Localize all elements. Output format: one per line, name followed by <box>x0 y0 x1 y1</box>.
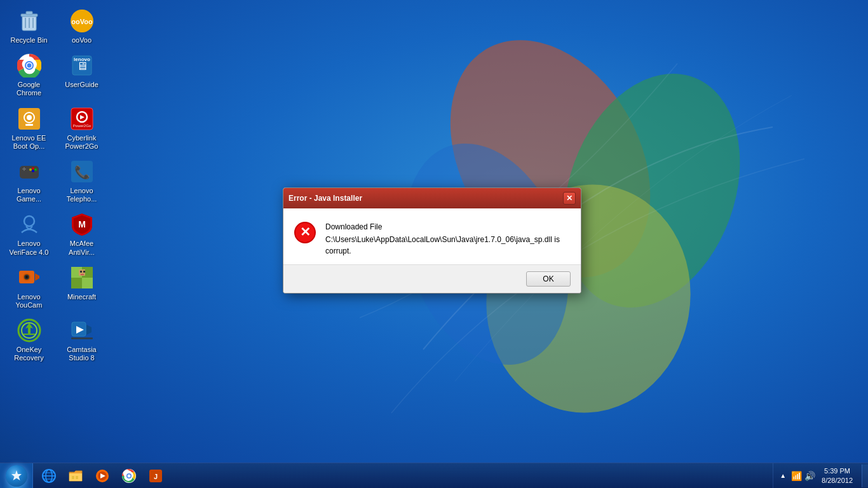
camtasia-label: Camtasia Studio 8 <box>60 346 103 362</box>
svg-text:ooVoo: ooVoo <box>71 18 93 25</box>
svg-text:📞: 📞 <box>74 165 90 180</box>
mcafee-image: M <box>69 211 95 238</box>
show-hidden-icons[interactable]: ▲ <box>777 472 789 479</box>
onekey-label: OneKey Recovery <box>8 346 50 362</box>
start-button[interactable] <box>0 463 33 489</box>
taskbar-wmp-icon[interactable] <box>90 464 115 487</box>
lenovo-tel-label: Lenovo Telepho... <box>60 187 103 203</box>
tray-volume[interactable]: 🔊 <box>804 471 815 481</box>
svg-rect-69 <box>72 476 74 479</box>
dialog-body: ✕ Downloaded File C:\Users\Luke\AppData\… <box>283 208 581 264</box>
svg-point-36 <box>29 168 32 171</box>
recycle-bin-icon[interactable]: Recycle Bin <box>5 5 53 47</box>
svg-text:J: J <box>154 473 158 480</box>
mcafee-icon[interactable]: M McAfee AntiVir... <box>58 208 105 259</box>
camtasia-image <box>69 317 95 344</box>
svg-text:M: M <box>78 219 86 229</box>
taskbar-explorer-icon[interactable] <box>63 464 88 487</box>
svg-rect-52 <box>81 274 84 275</box>
svg-rect-6 <box>26 11 32 15</box>
oovoo-image: ooVoo <box>69 8 95 34</box>
camtasia-icon[interactable]: Camtasia Studio 8 <box>58 315 105 365</box>
mcafee-label: McAfee AntiVir... <box>60 240 103 256</box>
youcam-image <box>16 264 43 291</box>
oovoo-icon[interactable]: ooVoo ooVoo <box>58 5 105 47</box>
taskbar-chrome-icon[interactable] <box>116 464 142 487</box>
svg-point-76 <box>128 474 131 477</box>
google-chrome-label: Google Chrome <box>8 81 50 97</box>
lenovo-game-label: Lenovo Game... <box>8 187 50 203</box>
svg-rect-60 <box>71 337 93 339</box>
svg-point-35 <box>32 170 34 172</box>
svg-rect-32 <box>24 167 25 171</box>
taskbar-ie-icon[interactable] <box>36 464 62 487</box>
error-title: Downloaded File <box>325 221 571 233</box>
svg-rect-70 <box>76 476 78 479</box>
svg-rect-24 <box>25 124 33 126</box>
svg-rect-50 <box>80 271 82 273</box>
svg-rect-30 <box>20 166 39 179</box>
google-chrome-icon[interactable]: Google Chrome <box>5 50 53 100</box>
lenovo-veriface-icon[interactable]: Lenovo VeriFace 4.0 <box>5 208 53 259</box>
start-orb <box>6 465 27 487</box>
lenovo-tel-image: 📞 <box>69 158 95 185</box>
system-tray: ▲ 📶 🔊 5:39 PM 8/28/2012 <box>773 463 860 488</box>
svg-point-33 <box>32 167 34 170</box>
taskbar: J ▲ 📶 🔊 5:39 PM 8/28/2012 <box>0 463 868 488</box>
oovoo-label: ooVoo <box>72 36 92 44</box>
taskbar-java-icon[interactable]: J <box>143 464 168 487</box>
user-guide-icon[interactable]: 🖥 lenovo UserGuide <box>58 50 105 100</box>
veriface-label: Lenovo VeriFace 4.0 <box>8 240 50 256</box>
minecraft-image <box>69 264 95 291</box>
minecraft-icon[interactable]: Minecraft <box>58 262 105 312</box>
time: 5:39 PM <box>824 466 850 475</box>
dialog-title: Error - Java Installer <box>288 194 362 203</box>
lenovo-tel-icon[interactable]: 📞 Lenovo Telepho... <box>58 156 105 206</box>
svg-marker-59 <box>86 325 92 335</box>
svg-rect-55 <box>28 327 31 334</box>
lenovo-ee-label: Lenovo EE Boot Op... <box>8 134 50 151</box>
clock[interactable]: 5:39 PM 8/28/2012 <box>818 466 857 485</box>
onekey-icon[interactable]: OneKey Recovery <box>5 315 53 365</box>
recycle-bin-image <box>16 8 43 34</box>
veriface-image <box>16 211 43 238</box>
lenovo-ee-image <box>16 105 43 132</box>
error-message: Downloaded File C:\Users\Luke\AppData\Lo… <box>325 221 571 257</box>
svg-rect-48 <box>82 278 93 288</box>
lenovo-game-icon[interactable]: Lenovo Game... <box>5 156 53 206</box>
user-guide-image: 🖥 lenovo <box>69 52 95 79</box>
error-path: C:\Users\Luke\AppData\LocalLow\Sun\Java\… <box>325 234 571 257</box>
svg-text:✕: ✕ <box>300 225 311 239</box>
cyberlink-icon[interactable]: Power2Go Cyberlink Power2Go <box>58 103 105 153</box>
lenovo-game-image <box>16 158 43 185</box>
svg-point-23 <box>27 115 32 120</box>
svg-point-16 <box>27 64 31 68</box>
dialog-titlebar: Error - Java Installer ✕ <box>283 188 581 208</box>
error-dialog[interactable]: Error - Java Installer ✕ ✕ Downloaded Fi… <box>283 187 581 294</box>
svg-point-39 <box>24 216 34 226</box>
show-desktop-button[interactable] <box>862 464 868 487</box>
lenovo-ee-icon[interactable]: Lenovo EE Boot Op... <box>5 103 53 153</box>
cyberlink-label: Cyberlink Power2Go <box>60 134 103 151</box>
youcam-label: Lenovo YouCam <box>8 293 50 309</box>
svg-marker-45 <box>35 273 39 281</box>
cyberlink-image: Power2Go <box>69 105 95 132</box>
svg-text:lenovo: lenovo <box>74 57 90 62</box>
chrome-image <box>16 52 43 79</box>
ok-button[interactable]: OK <box>526 271 571 287</box>
onekey-image <box>16 317 43 344</box>
taskbar-items: J <box>33 463 773 488</box>
lenovo-youcam-icon[interactable]: Lenovo YouCam <box>5 262 53 312</box>
date: 8/28/2012 <box>822 476 853 485</box>
svg-rect-51 <box>83 271 85 273</box>
dialog-close-button[interactable]: ✕ <box>563 192 576 205</box>
user-guide-label: UserGuide <box>65 81 98 89</box>
svg-text:Power2Go: Power2Go <box>72 124 91 128</box>
recycle-bin-label: Recycle Bin <box>10 36 47 44</box>
dialog-footer: OK <box>283 264 581 293</box>
error-icon: ✕ <box>294 221 316 244</box>
svg-point-44 <box>25 276 28 278</box>
svg-point-34 <box>34 168 37 171</box>
tray-network[interactable]: 📶 <box>791 471 802 481</box>
desktop-icons: Recycle Bin ooVoo ooVoo <box>0 0 111 370</box>
